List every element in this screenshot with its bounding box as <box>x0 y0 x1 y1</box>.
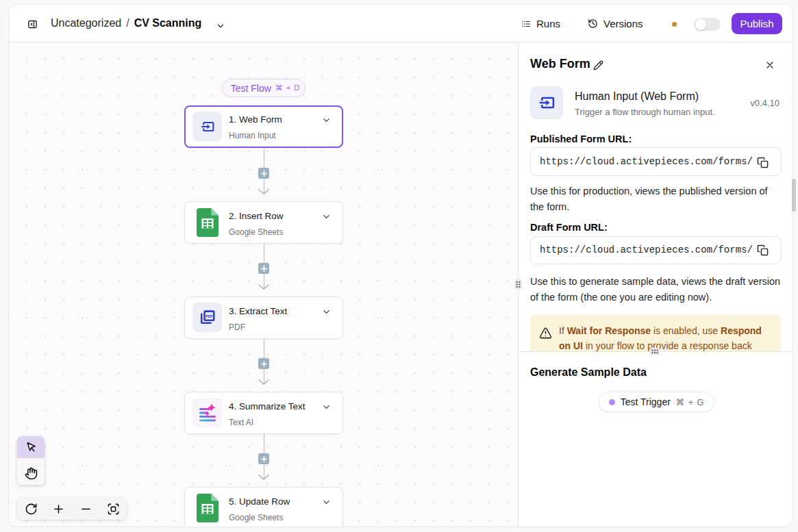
svg-text:PDF: PDF <box>205 313 212 318</box>
